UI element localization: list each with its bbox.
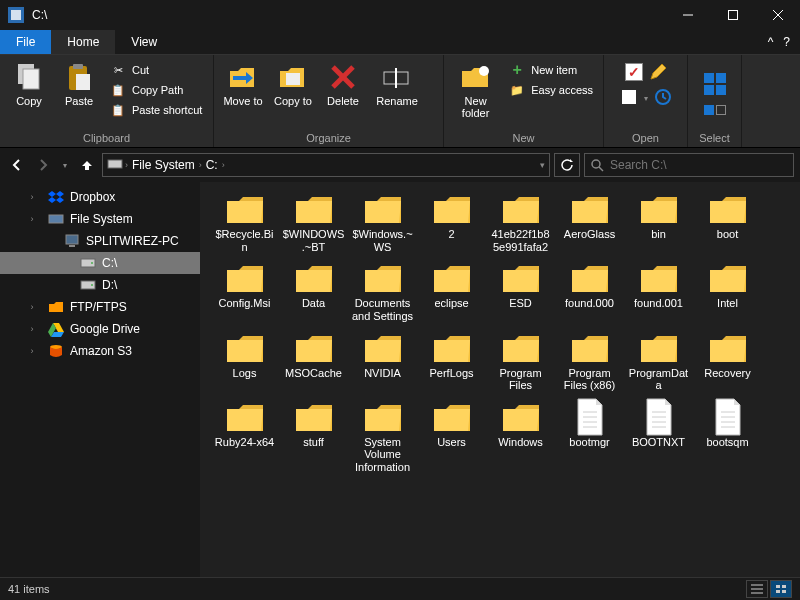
tree-item[interactable]: D:\	[0, 274, 200, 296]
tree-item[interactable]: C:\	[0, 252, 200, 274]
minimize-button[interactable]	[665, 0, 710, 30]
svg-rect-46	[776, 590, 780, 593]
folder-item[interactable]: Intel	[695, 259, 760, 322]
folder-item[interactable]: Recovery	[695, 329, 760, 392]
tree-item[interactable]: ›File System	[0, 208, 200, 230]
folder-item[interactable]: Users	[419, 398, 484, 474]
folder-item[interactable]: eclipse	[419, 259, 484, 322]
folder-item[interactable]: $WINDOWS.~BT	[281, 190, 346, 253]
ribbon-collapse-icon[interactable]: ^	[768, 35, 774, 49]
app-icon	[8, 7, 24, 23]
edit-icon[interactable]	[649, 63, 667, 84]
tree-item[interactable]: ›FTP/FTPS	[0, 296, 200, 318]
dropbox-icon	[48, 189, 64, 205]
folder-item[interactable]: Ruby24-x64	[212, 398, 277, 474]
refresh-button[interactable]	[554, 153, 580, 177]
file-icon	[567, 398, 612, 436]
icons-view-button[interactable]	[770, 580, 792, 598]
svg-rect-8	[73, 64, 83, 69]
details-view-button[interactable]	[746, 580, 768, 598]
tab-home[interactable]: Home	[51, 30, 115, 54]
item-label: Ruby24-x64	[214, 436, 275, 449]
folder-item[interactable]: NVIDIA	[350, 329, 415, 392]
folder-item[interactable]: Data	[281, 259, 346, 322]
folder-item[interactable]: found.000	[557, 259, 622, 322]
svg-point-27	[91, 284, 93, 286]
tab-view[interactable]: View	[115, 30, 173, 54]
up-button[interactable]	[76, 154, 98, 176]
folder-item[interactable]: $Recycle.Bin	[212, 190, 277, 253]
forward-button[interactable]	[32, 154, 54, 176]
folder-item[interactable]: found.001	[626, 259, 691, 322]
paste-shortcut-button[interactable]: 📋Paste shortcut	[106, 101, 206, 119]
history-dropdown[interactable]: ▾	[58, 154, 72, 176]
tab-file[interactable]: File	[0, 30, 51, 54]
copy-button[interactable]: Copy	[6, 59, 52, 109]
folder-item[interactable]: stuff	[281, 398, 346, 474]
search-input[interactable]	[610, 158, 787, 172]
history-icon[interactable]	[654, 88, 672, 109]
tree-item[interactable]: ›Dropbox	[0, 186, 200, 208]
breadcrumb-root[interactable]: File System	[130, 158, 197, 172]
drive-crumb-icon	[107, 157, 123, 174]
folder-item[interactable]: 2	[419, 190, 484, 253]
folder-item[interactable]: ProgramData	[626, 329, 691, 392]
breadcrumb-current[interactable]: C:	[204, 158, 220, 172]
copy-icon	[13, 61, 45, 93]
copy-path-button[interactable]: 📋Copy Path	[106, 81, 206, 99]
cut-button[interactable]: ✂Cut	[106, 61, 206, 79]
item-label: AeroGlass	[563, 228, 616, 241]
new-folder-button[interactable]: New folder	[450, 59, 501, 121]
folder-item[interactable]: Documents and Settings	[350, 259, 415, 322]
folder-item[interactable]: $Windows.~WS	[350, 190, 415, 253]
folder-item[interactable]: ESD	[488, 259, 553, 322]
item-label: found.001	[633, 297, 684, 310]
open-dropdown[interactable]	[620, 88, 638, 109]
ribbon-tabs: File Home View ^ ?	[0, 30, 800, 55]
help-icon[interactable]: ?	[783, 35, 790, 49]
easy-access-button[interactable]: 📁Easy access	[505, 81, 597, 99]
tree-item[interactable]: ›Google Drive	[0, 318, 200, 340]
folder-item[interactable]: AeroGlass	[557, 190, 622, 253]
maximize-button[interactable]	[710, 0, 755, 30]
folder-item[interactable]: Windows	[488, 398, 553, 474]
select-all-icon[interactable]	[704, 105, 714, 115]
folder-item[interactable]: Logs	[212, 329, 277, 392]
rename-button[interactable]: Rename	[370, 59, 424, 109]
file-item[interactable]: BOOTNXT	[626, 398, 691, 474]
folder-item[interactable]: PerfLogs	[419, 329, 484, 392]
item-label: Users	[436, 436, 467, 449]
plus-icon: +	[509, 62, 525, 78]
address-dropdown-icon[interactable]: ▾	[540, 160, 545, 170]
folder-item[interactable]: System Volume Information	[350, 398, 415, 474]
folder-item[interactable]: Program Files	[488, 329, 553, 392]
select-none-icon[interactable]	[716, 105, 726, 115]
svg-rect-9	[76, 74, 90, 90]
delete-button[interactable]: Delete	[320, 59, 366, 109]
close-button[interactable]	[755, 0, 800, 30]
back-button[interactable]	[6, 154, 28, 176]
tree-item[interactable]: SPLITWIREZ-PC	[0, 230, 200, 252]
folder-icon	[291, 329, 336, 367]
folder-item[interactable]: 41eb22f1b85e991fafa2	[488, 190, 553, 253]
folder-item[interactable]: Config.Msi	[212, 259, 277, 322]
item-label: Logs	[232, 367, 258, 380]
move-to-button[interactable]: Move to	[220, 59, 266, 109]
open-check-icon[interactable]: ✓	[625, 63, 643, 81]
folder-item[interactable]: boot	[695, 190, 760, 253]
item-label: BOOTNXT	[631, 436, 686, 449]
folder-item[interactable]: Program Files (x86)	[557, 329, 622, 392]
address-bar[interactable]: › File System › C: › ▾	[102, 153, 550, 177]
folder-icon	[360, 398, 405, 436]
folder-item[interactable]: MSOCache	[281, 329, 346, 392]
tree-item[interactable]: ›Amazon S3	[0, 340, 200, 362]
folder-item[interactable]: bin	[626, 190, 691, 253]
file-item[interactable]: bootmgr	[557, 398, 622, 474]
search-box[interactable]	[584, 153, 794, 177]
paste-button[interactable]: Paste	[56, 59, 102, 109]
file-item[interactable]: bootsqm	[695, 398, 760, 474]
new-item-button[interactable]: +New item	[505, 61, 597, 79]
item-label: found.000	[564, 297, 615, 310]
copy-to-button[interactable]: Copy to	[270, 59, 316, 109]
select-icon[interactable]	[704, 73, 726, 95]
